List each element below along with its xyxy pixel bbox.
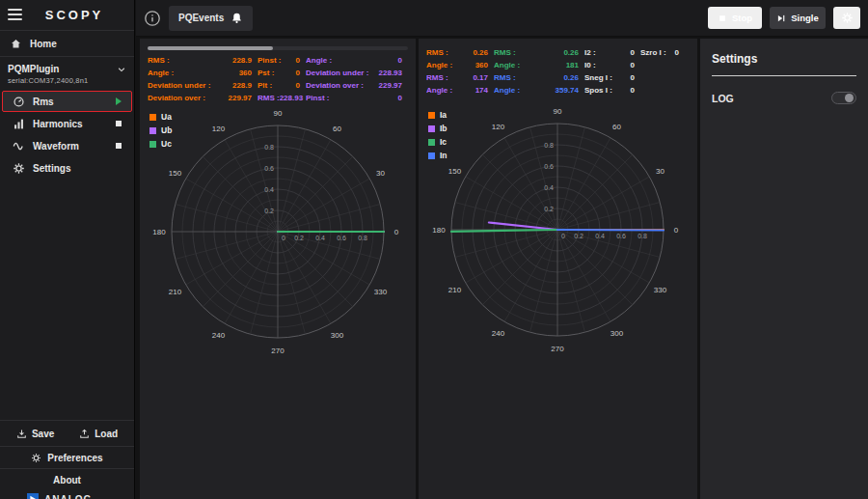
stat-label: RMS : — [426, 46, 448, 59]
chevron-down-icon[interactable] — [117, 65, 126, 74]
menu-icon[interactable] — [8, 9, 22, 20]
running-indicator-icon — [116, 97, 122, 105]
load-button[interactable]: Load — [79, 429, 118, 439]
angle-tick-label: 240 — [212, 331, 226, 340]
stat-value: 0.17 — [473, 71, 488, 84]
legend-swatch — [149, 114, 156, 121]
angle-tick-label: 240 — [492, 329, 505, 338]
angle-tick-label: 0 — [394, 228, 399, 236]
general-settings-button[interactable] — [833, 7, 860, 29]
tool-label: Rms — [33, 97, 54, 107]
stat-value: 0.26 — [563, 46, 579, 59]
gear-icon — [13, 162, 25, 175]
angle-tick-label: 300 — [331, 331, 344, 340]
stat-label: Deviation over : — [306, 79, 364, 92]
log-toggle[interactable] — [831, 92, 856, 104]
stat-label: Pst : — [258, 67, 274, 79]
analog-devices-brand: ANALOG — [0, 489, 134, 499]
adi-logo-icon — [27, 493, 39, 499]
stat-value: 181 — [566, 59, 579, 71]
legend-item-ib[interactable]: Ib — [428, 124, 448, 133]
stat-cell: Plt :0 — [258, 79, 306, 92]
stat-label: Deviation under : — [148, 79, 210, 92]
sidebar-item-harmonics[interactable]: Harmonics — [2, 113, 132, 134]
current-chart-area: IaIbIcIn 0306090120150180210240270300330… — [419, 104, 697, 357]
legend-swatch — [428, 152, 435, 159]
stat-cell: Deviation over :229.97 — [148, 92, 258, 104]
main-content: RMS :228.9Pinst :0Angle :0Angle :360Pst … — [136, 37, 868, 499]
stat-value: 228.9 — [232, 54, 252, 67]
log-row: LOG — [712, 92, 856, 104]
save-icon — [16, 429, 27, 439]
legend-label: Ib — [440, 124, 448, 133]
angle-tick-label: 120 — [212, 125, 226, 133]
legend-label: Uc — [161, 139, 172, 149]
legend-item-ia[interactable]: Ia — [428, 110, 448, 120]
gear-icon — [841, 12, 854, 24]
detach-square-icon[interactable] — [116, 143, 122, 149]
angle-tick-label: 60 — [612, 123, 621, 131]
tab-pqevents[interactable]: PQEvents — [169, 6, 253, 31]
save-button[interactable]: Save — [16, 429, 54, 439]
stat-value: 0 — [398, 92, 402, 104]
radial-tick-label: 0.4 — [264, 186, 274, 193]
stat-label: RMS : — [494, 71, 516, 84]
detach-square-icon[interactable] — [116, 121, 122, 126]
sidebar-item-waveform[interactable]: Waveform — [2, 135, 132, 156]
gear-icon — [31, 453, 41, 463]
legend-item-in[interactable]: In — [428, 151, 448, 160]
legend-swatch — [149, 141, 156, 148]
stat-cell: Angle :181 — [494, 59, 584, 71]
divider — [0, 446, 134, 447]
preferences-button[interactable]: Preferences — [0, 448, 134, 467]
stat-cell — [640, 59, 685, 71]
stat-label: Angle : — [494, 84, 520, 97]
stop-button[interactable]: Stop — [708, 7, 762, 29]
stats-scrollbar-thumb[interactable] — [148, 46, 273, 50]
plugin-header[interactable]: PQMPlugin serial:COM37,2400,8n1 — [0, 58, 134, 90]
legend-item-ua[interactable]: Ua — [149, 112, 172, 122]
stat-cell: Pinst :0 — [258, 54, 306, 67]
sidebar-item-settings[interactable]: Settings — [2, 157, 132, 179]
radial-tick-label: 0.6 — [544, 163, 554, 170]
legend-swatch — [428, 139, 435, 146]
stat-label: RMS : — [494, 46, 516, 59]
legend-item-uc[interactable]: Uc — [149, 139, 172, 149]
single-button[interactable]: Single — [770, 7, 826, 29]
stat-label: Angle : — [494, 59, 520, 71]
stat-label: Plt : — [258, 79, 272, 92]
stat-cell: Pst :0 — [258, 67, 306, 79]
stat-label: Pinst : — [258, 54, 281, 67]
angle-tick-label: 300 — [610, 329, 624, 338]
stop-icon — [718, 14, 727, 23]
stat-cell: RMS :228.93 — [258, 92, 306, 104]
current-polar-chart[interactable]: 030609012015018021024027030033000.20.20.… — [419, 104, 697, 357]
sidebar-item-rms[interactable]: Rms — [2, 91, 132, 112]
sidebar-item-home[interactable]: Home — [0, 32, 134, 55]
stat-label: Angle : — [306, 54, 332, 67]
legend-item-ic[interactable]: Ic — [428, 137, 448, 147]
radial-tick-label: 0.2 — [294, 235, 304, 241]
stat-value: 359.74 — [556, 84, 579, 97]
stat-value: 0 — [631, 71, 635, 84]
scopy-window: SCOPY Home PQMPlugin serial:COM37,2400,8… — [0, 0, 868, 499]
tool-label: Waveform — [33, 141, 79, 152]
stat-value: 0 — [631, 84, 635, 97]
about-button[interactable]: About — [0, 470, 134, 489]
stat-value: 228.93 — [280, 92, 303, 104]
stat-cell: Angle :360 — [148, 67, 258, 79]
radial-tick-label: 0.2 — [264, 208, 274, 214]
stat-cell: Szro I :0 — [640, 46, 685, 59]
stat-label: Deviation over : — [148, 92, 205, 104]
stat-value: 0 — [675, 46, 679, 59]
current-stats-table: RMS :0.26RMS :0.26I2 :0Szro I :0Angle :3… — [419, 39, 697, 102]
current-panel: RMS :0.26RMS :0.26I2 :0Szro I :0Angle :3… — [419, 39, 697, 499]
legend-label: In — [440, 151, 448, 160]
voltage-stats-table: RMS :228.9Pinst :0Angle :0Angle :360Pst … — [140, 52, 416, 104]
radial-tick-label: 0.4 — [315, 235, 325, 241]
angle-tick-label: 150 — [448, 167, 462, 176]
voltage-polar-chart[interactable]: 030609012015018021024027030033000.20.20.… — [140, 106, 416, 359]
legend-item-ub[interactable]: Ub — [149, 125, 172, 135]
stat-value: 0 — [631, 59, 635, 71]
info-button[interactable] — [144, 10, 161, 27]
